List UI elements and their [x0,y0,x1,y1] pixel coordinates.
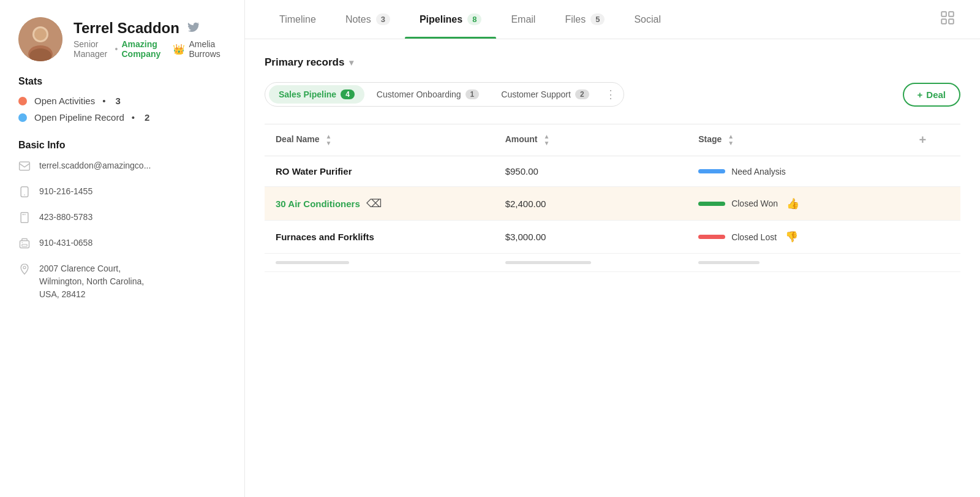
email-icon [18,160,31,175]
add-deal-label: Deal [926,89,946,100]
tab-pipelines-label: Pipelines [420,14,462,25]
company-link[interactable]: Amazing Company [122,39,170,59]
add-deal-plus: + [918,89,923,100]
col-deal-name[interactable]: Deal Name ▲▼ [265,124,494,156]
amount-cell: $950.00 [494,156,688,187]
add-column-icon[interactable]: + [919,133,926,146]
dot-separator: • [115,44,118,54]
scrollbar-cell-2 [494,254,688,272]
avatar-image [18,17,62,61]
basic-info-title: Basic Info [18,140,226,151]
expand-icon[interactable] [935,1,960,37]
email-text: terrel.scaddon@amazingco... [39,159,151,172]
stage-bar-green [698,202,725,206]
stage-cell: Closed Won 👍 [687,187,908,221]
fax-text: 910-431-0658 [39,237,92,249]
svg-rect-5 [20,162,30,170]
scrollbar-cell-3 [687,254,908,272]
deal-name-cell[interactable]: 30 Air Conditioners ⌫ [265,187,494,221]
stage-cell-ro-water: Need Analysis [698,167,897,176]
deal-name-air-cond[interactable]: 30 Air Conditioners [276,199,360,209]
stage-cell: Need Analysis [687,156,908,187]
stage-cell-furnaces: Closed Lost 👎 [698,230,897,243]
sort-amount-icon: ▲▼ [543,134,549,146]
amount-air-cond: $2,400.00 [505,199,546,209]
col-amount[interactable]: Amount ▲▼ [494,124,688,156]
basic-info-section: Basic Info terrel.scaddon@amazingco... [18,140,226,301]
col-add[interactable]: + [908,124,960,156]
scrollbar-thumb-3[interactable] [698,261,760,264]
tab-pipelines[interactable]: Pipelines 8 [405,0,496,39]
customer-support-badge: 2 [575,89,589,99]
stat-dot-sep2: • [132,112,135,123]
avatar [18,17,62,61]
add-deal-button[interactable]: + Deal [903,83,960,107]
mobile-icon [18,211,31,227]
address-info: 2007 Clarence Court,Wilmington, North Ca… [18,262,226,301]
tab-notes-badge: 3 [376,13,390,25]
profile-name-row: Terrel Scaddon [74,20,226,37]
fax-info: 910-431-0658 [18,237,226,252]
location-icon [18,263,31,278]
sort-stage-icon: ▲▼ [728,134,734,146]
tab-timeline[interactable]: Timeline [265,1,331,39]
open-pipeline-label: Open Pipeline Record [34,112,124,123]
svg-point-12 [23,266,26,268]
deal-name-cell[interactable]: Furnaces and Forklifts [265,221,494,254]
open-pipeline-count: 2 [145,112,149,123]
pipeline-tab-sales[interactable]: Sales Pipeline 4 [269,85,364,104]
stage-cell-air-cond: Closed Won 👍 [698,197,897,210]
svg-rect-6 [21,187,28,197]
crown-icon: 👑 [173,44,185,55]
thumbs-down-icon: 👎 [785,230,798,243]
action-cell-2 [908,187,960,221]
stage-label-air-cond: Closed Won [731,199,778,208]
tab-timeline-label: Timeline [279,14,316,25]
amount-cell: $3,000.00 [494,221,688,254]
tab-email[interactable]: Email [496,1,550,39]
scrollbar-thumb-1[interactable] [276,261,349,264]
pipeline-tab-support[interactable]: Customer Support 2 [491,85,598,104]
tab-social[interactable]: Social [619,1,676,39]
svg-rect-15 [941,19,946,24]
tab-files[interactable]: Files 5 [550,0,619,39]
open-activities-label: Open Activities [34,96,95,106]
profile-subtitle: Senior Manager • Amazing Company 👑 Ameli… [74,39,226,59]
scrollbar-thumb-2[interactable] [505,261,591,264]
action-cell-3 [908,221,960,254]
pipeline-tab-onboarding[interactable]: Customer Onboarding 1 [367,85,489,104]
tab-notes[interactable]: Notes 3 [331,0,405,39]
open-pipeline-dot [18,113,27,122]
sales-pipeline-badge: 4 [341,89,355,99]
more-options-icon[interactable]: ⋮ [601,88,620,101]
phone-icon [18,186,31,201]
open-activities-count: 3 [115,96,120,106]
owner-name: Amelia Burrows [189,39,226,59]
svg-point-7 [24,194,25,195]
primary-records-label[interactable]: Primary records ▾ [265,56,353,69]
svg-point-3 [34,28,47,40]
open-activities-dot [18,97,27,105]
phone-text: 910-216-1455 [39,185,92,198]
stats-section: Stats Open Activities • 3 Open Pipeline … [18,76,226,123]
cursor-icon: ⌫ [366,197,382,210]
amount-ro-water: $950.00 [505,166,538,176]
action-cell-1 [908,156,960,187]
chevron-down-icon: ▾ [349,58,353,67]
tab-social-label: Social [634,14,661,25]
twitter-icon[interactable] [187,20,200,37]
pipeline-content: Primary records ▾ Sales Pipeline 4 Custo… [245,39,980,497]
deal-name-ro-water: RO Water Purifier [276,166,352,176]
scrollbar-cell-1 [265,254,494,272]
scrollbar-row [265,254,960,272]
col-stage[interactable]: Stage ▲▼ [687,124,908,156]
fax-icon [18,237,31,252]
profile-role: Senior Manager [74,39,111,59]
sales-pipeline-label: Sales Pipeline [279,89,336,99]
primary-records-text: Primary records [265,56,344,69]
profile-name: Terrel Scaddon [74,20,179,37]
svg-rect-16 [949,19,954,24]
address-text: 2007 Clarence Court,Wilmington, North Ca… [39,262,144,301]
deals-table: Deal Name ▲▼ Amount ▲▼ Stage [265,124,960,272]
deal-name-cell[interactable]: RO Water Purifier [265,156,494,187]
